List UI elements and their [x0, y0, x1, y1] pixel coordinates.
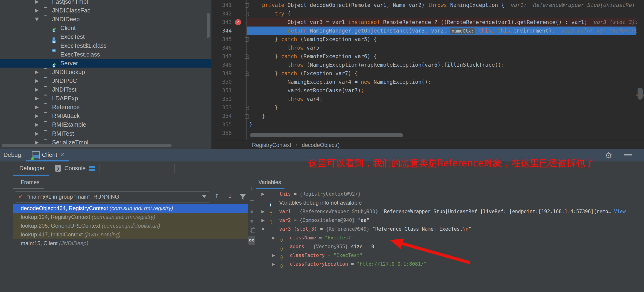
line-number[interactable]: 356: [212, 129, 232, 137]
chevron-right-icon[interactable]: ▶: [272, 233, 275, 242]
line-number[interactable]: 352: [212, 95, 232, 103]
variable-row[interactable]: ▶this = {RegistryContext@927}: [256, 190, 644, 198]
tree-item-Client[interactable]: CClient: [0, 24, 212, 32]
line-number[interactable]: 350: [212, 78, 232, 86]
tree-item-Reference[interactable]: ▶Reference: [0, 103, 212, 111]
session-tab-client[interactable]: Client: [42, 151, 57, 159]
chevron-right-icon[interactable]: ▶: [35, 120, 39, 129]
fold-marker-icon[interactable]: −: [244, 37, 249, 42]
fold-marker-icon[interactable]: −: [244, 12, 249, 16]
gear-icon[interactable]: ⚙: [605, 151, 612, 160]
fold-marker-icon[interactable]: −: [244, 3, 249, 8]
chevron-right-icon[interactable]: ▶: [35, 76, 39, 85]
tree-item-JNDIPoC[interactable]: ▶JNDIPoC: [0, 76, 212, 85]
line-number[interactable]: 354: [212, 112, 232, 120]
chevron-right-icon[interactable]: ▶: [262, 216, 265, 225]
remove-watch-button[interactable]: −: [248, 197, 256, 204]
move-down-button[interactable]: ▼: [248, 218, 256, 225]
fold-marker-icon[interactable]: −: [244, 114, 249, 118]
tree-item-RMIAttack[interactable]: ▶RMIAttack: [0, 111, 212, 120]
tree-item-Server[interactable]: CServer: [0, 59, 212, 68]
tab-variables[interactable]: Variables: [258, 179, 281, 185]
chevron-right-icon[interactable]: ▶: [262, 207, 265, 216]
fold-marker-icon[interactable]: −: [244, 72, 249, 76]
chevron-right-icon[interactable]: ▶: [35, 94, 39, 103]
show-execution-point-button[interactable]: [89, 166, 95, 173]
add-watch-button[interactable]: +: [248, 185, 256, 192]
tree-item-label: ExecTest: [60, 32, 85, 41]
code-text: }: [249, 120, 252, 129]
fold-marker-icon[interactable]: −: [244, 106, 249, 110]
tree-item-JNDIClassFac[interactable]: ▶JNDIClassFac: [0, 6, 212, 15]
close-icon[interactable]: ✕: [60, 152, 65, 158]
variable-row[interactable]: ▶pvar2 = {CompositeName@940} "aa": [256, 216, 644, 225]
tree-item-ExecTest[interactable]: CExecTest: [0, 32, 212, 41]
frame-row[interactable]: lookup:124, RegistryContext (com.sun.jnd…: [13, 213, 248, 221]
tab-frames[interactable]: Frames: [21, 179, 40, 185]
chevron-right-icon[interactable]: ▶: [35, 85, 39, 94]
frame-row[interactable]: main:15, Client (JNDIDeep): [13, 239, 248, 248]
breadcrumb-method[interactable]: decodeObject(): [302, 142, 340, 148]
line-number[interactable]: 349: [212, 69, 232, 78]
line-number[interactable]: 355: [212, 120, 232, 129]
tab-debugger[interactable]: Debugger: [19, 165, 45, 172]
move-up-button[interactable]: ▲: [248, 208, 256, 215]
breadcrumb-class[interactable]: RegistryContext: [252, 142, 291, 148]
tree-item-LDAPExp[interactable]: ▶LDAPExp: [0, 94, 212, 103]
tree-item-JNDIDeep[interactable]: ▼JNDIDeep: [0, 15, 212, 24]
project-horizontal-scrollbar[interactable]: [2, 144, 172, 148]
fold-marker-icon[interactable]: −: [244, 54, 249, 59]
tab-console[interactable]: Console: [64, 165, 86, 172]
thread-selector[interactable]: ✔ "main"@1 in group "main": RUNNING: [15, 191, 210, 203]
line-number[interactable]: 341: [212, 1, 232, 10]
tree-item-FastjsonTmpl[interactable]: ▶FastjsonTmpl: [0, 0, 212, 6]
frame-row[interactable]: lookup:205, GenericURLContext (com.sun.j…: [13, 221, 248, 230]
chevron-right-icon[interactable]: ▶: [35, 0, 39, 6]
chevron-right-icon[interactable]: ▶: [35, 103, 39, 111]
tree-item-ExecTest.class[interactable]: 01ExecTest.class: [0, 50, 212, 59]
line-number[interactable]: 345: [212, 35, 232, 44]
code-text: var4.setRootCause(var7);: [249, 86, 364, 95]
chevron-right-icon[interactable]: ▶: [35, 111, 39, 120]
line-number[interactable]: 346: [212, 44, 232, 52]
frame-row[interactable]: lookup:417, InitialContext (javax.naming…: [13, 230, 248, 239]
tree-item-JNDILookup[interactable]: ▶JNDILookup: [0, 68, 212, 76]
line-number[interactable]: 343: [212, 18, 232, 27]
variable-row[interactable]: iVariables debug info not available: [256, 198, 644, 207]
editor-vertical-scrollbar[interactable]: [638, 88, 642, 100]
line-number[interactable]: 344: [212, 27, 232, 35]
chevron-right-icon[interactable]: ▶: [272, 251, 275, 260]
frame-row[interactable]: decodeObject:464, RegistryContext (com.s…: [13, 204, 248, 213]
tree-item-JNDITest[interactable]: ▶JNDITest: [0, 85, 212, 94]
show-watches-toggle[interactable]: oo: [248, 236, 255, 245]
minimize-icon[interactable]: [624, 154, 632, 156]
chevron-right-icon[interactable]: ▶: [35, 129, 39, 138]
chevron-down-icon[interactable]: ▼: [35, 15, 39, 24]
chevron-down-icon[interactable]: ▼: [262, 225, 265, 233]
variable-row[interactable]: ▶pvar1 = {ReferenceWrapper_Stub@930} "Re…: [256, 207, 644, 216]
line-number[interactable]: 353: [212, 103, 232, 112]
tree-item-label: Server: [60, 59, 78, 68]
verified-breakpoint-icon[interactable]: ✓: [235, 19, 241, 25]
chevron-right-icon[interactable]: ▶: [35, 6, 39, 15]
chevron-right-icon[interactable]: ▶: [272, 260, 275, 268]
tree-item-ExecTest$1.class[interactable]: 01ExecTest$1.class: [0, 41, 212, 50]
code-editor[interactable]: 341− private Object decodeObject(Remote …: [212, 0, 644, 149]
line-number[interactable]: 348: [212, 61, 232, 69]
chevron-right-icon[interactable]: ▶: [35, 68, 39, 76]
line-number[interactable]: 342: [212, 10, 232, 18]
duplicate-watch-icon[interactable]: [250, 227, 254, 232]
project-vertical-scrollbar[interactable]: [207, 13, 210, 38]
tree-item-RMITest[interactable]: ▶RMITest: [0, 129, 212, 138]
chevron-right-icon[interactable]: ▶: [262, 190, 265, 198]
line-number[interactable]: 347: [212, 52, 232, 61]
editor-horizontal-scrollbar[interactable]: [250, 133, 403, 137]
view-value-link[interactable]: View: [614, 209, 626, 214]
filter-icon[interactable]: [239, 194, 246, 202]
frame-up-icon[interactable]: ↑: [214, 192, 219, 200]
line-number[interactable]: 351: [212, 86, 232, 95]
editor-scrollbar-track[interactable]: [636, 0, 644, 149]
tree-item-RMIExample[interactable]: ▶RMIExample: [0, 120, 212, 129]
frame-down-icon[interactable]: ↓: [227, 192, 233, 200]
code-text: NamingException var4 = new NamingExcepti…: [249, 78, 431, 86]
